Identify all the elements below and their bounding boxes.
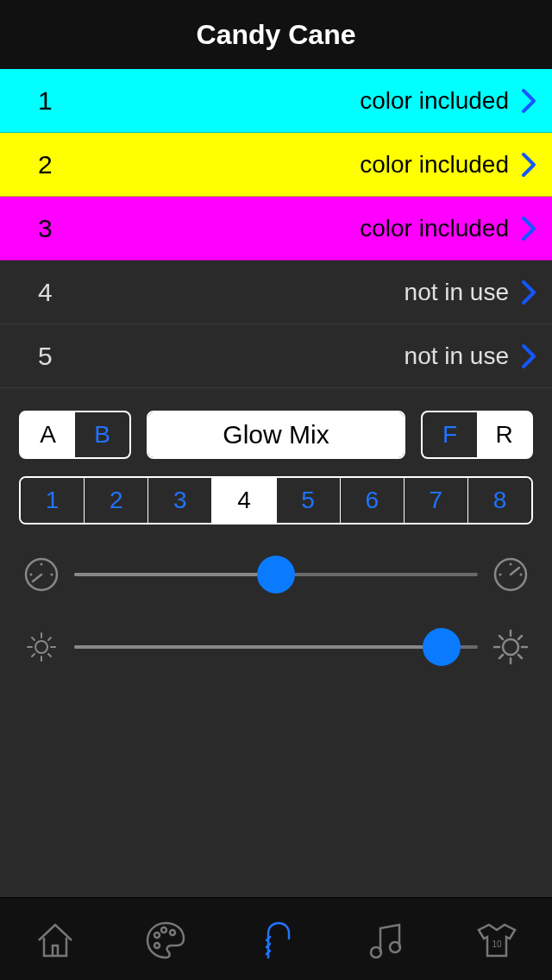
segment-f-button[interactable]: F (423, 412, 477, 457)
controls: A B Glow Mix F R 12345678 (0, 388, 552, 700)
tab-jersey[interactable]: 10 (442, 898, 552, 980)
segment-a-button[interactable]: A (21, 412, 75, 457)
color-list: 1color included2color included3color inc… (0, 69, 552, 388)
color-row-4[interactable]: 4not in use (0, 261, 552, 324)
svg-line-25 (518, 655, 522, 658)
brightness-slider-row (19, 628, 533, 666)
segment-fr: F R (421, 411, 533, 459)
svg-point-9 (520, 574, 523, 576)
color-row-number: 4 (38, 278, 53, 307)
svg-text:10: 10 (492, 939, 502, 949)
segment-number-2[interactable]: 2 (85, 478, 148, 523)
gauge-fast-icon (492, 556, 530, 594)
svg-line-32 (267, 951, 270, 954)
svg-line-27 (499, 655, 503, 658)
svg-point-4 (51, 574, 53, 576)
segment-number-5[interactable]: 5 (277, 478, 341, 523)
color-row-5[interactable]: 5not in use (0, 324, 552, 388)
tab-candy[interactable] (221, 898, 331, 980)
svg-line-24 (499, 636, 503, 639)
color-row-number: 1 (38, 86, 53, 116)
sun-dim-icon (22, 628, 60, 666)
segment-ab: A B (19, 411, 131, 459)
svg-line-33 (267, 944, 270, 947)
header: Candy Cane (0, 0, 552, 69)
segment-number-4[interactable]: 4 (212, 478, 276, 523)
color-row-number: 5 (38, 342, 53, 371)
segment-number-6[interactable]: 6 (341, 478, 405, 523)
segment-number-3[interactable]: 3 (148, 478, 212, 523)
sun-bright-icon (492, 628, 530, 666)
svg-point-8 (499, 574, 502, 576)
svg-line-18 (32, 654, 34, 656)
segment-number-1[interactable]: 1 (21, 478, 85, 523)
segment-mode: Glow Mix (147, 411, 405, 459)
svg-point-28 (154, 933, 160, 938)
svg-point-7 (510, 563, 512, 566)
segment-b-button[interactable]: B (75, 412, 129, 457)
color-row-status: color included (360, 87, 509, 115)
svg-line-1 (33, 575, 41, 581)
chevron-right-icon (521, 343, 536, 369)
svg-point-10 (35, 641, 47, 653)
segment-number-8[interactable]: 8 (468, 478, 531, 523)
color-row-status: not in use (405, 279, 509, 306)
chevron-right-icon (521, 152, 536, 178)
svg-line-34 (267, 937, 270, 940)
color-row-status: color included (360, 215, 509, 242)
speed-slider-row (19, 556, 533, 594)
color-row-2[interactable]: 2color included (0, 133, 552, 197)
svg-point-2 (41, 563, 43, 566)
segment-numbers: 12345678 (19, 476, 533, 525)
svg-line-26 (518, 636, 522, 639)
tab-music[interactable] (331, 898, 442, 980)
brightness-slider[interactable] (74, 628, 478, 666)
svg-point-29 (161, 927, 166, 933)
svg-line-6 (511, 568, 519, 575)
chevron-right-icon (521, 280, 536, 305)
chevron-right-icon (521, 216, 536, 242)
segment-row-top: A B Glow Mix F R (19, 411, 533, 459)
svg-line-16 (48, 654, 51, 656)
svg-point-30 (170, 930, 175, 935)
segment-number-7[interactable]: 7 (405, 478, 468, 523)
tab-palette[interactable] (110, 898, 221, 980)
tab-home[interactable] (0, 898, 110, 980)
color-row-status: color included (360, 151, 509, 179)
segment-r-button[interactable]: R (477, 412, 531, 457)
color-row-1[interactable]: 1color included (0, 69, 552, 133)
color-row-number: 2 (38, 150, 53, 179)
tab-bar: 10 (0, 897, 552, 980)
color-row-number: 3 (38, 214, 53, 243)
svg-point-19 (503, 639, 518, 655)
svg-point-31 (154, 943, 160, 948)
content: 1color included2color included3color inc… (0, 69, 552, 897)
svg-line-17 (48, 638, 51, 640)
color-row-3[interactable]: 3color included (0, 197, 552, 261)
mode-button[interactable]: Glow Mix (148, 412, 404, 457)
svg-point-3 (30, 574, 33, 576)
gauge-slow-icon (22, 556, 60, 594)
svg-line-15 (32, 638, 34, 640)
color-row-status: not in use (405, 342, 509, 370)
speed-slider[interactable] (74, 556, 478, 594)
page-title: Candy Cane (197, 19, 356, 51)
chevron-right-icon (521, 88, 536, 114)
